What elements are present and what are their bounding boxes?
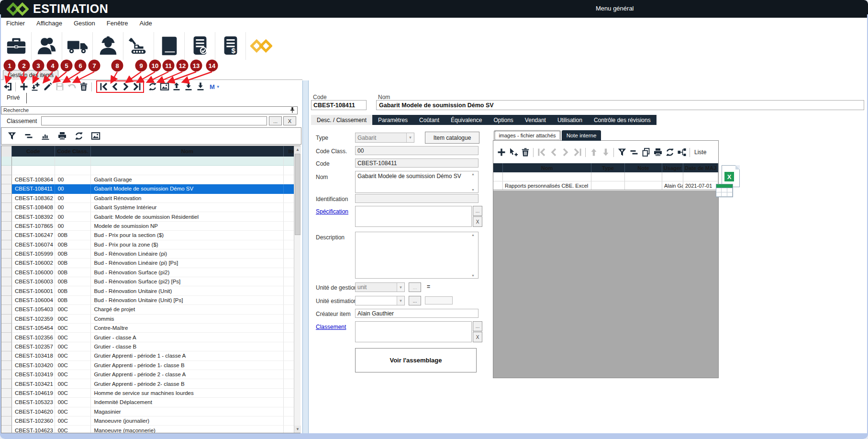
export-up-button[interactable]	[171, 81, 182, 92]
row-selector[interactable]	[1, 249, 12, 259]
briefcase-button[interactable]	[1, 30, 31, 62]
table-row[interactable]: CBEST-10607400BBud - Prix pour la zone (…	[1, 240, 300, 249]
table-row[interactable]: CBEST-10840800Gabarit Système Intérieur	[1, 203, 300, 212]
row-selector[interactable]	[1, 389, 12, 398]
scroll-down-icon[interactable]: ▼	[471, 188, 475, 191]
excavator-button[interactable]	[123, 30, 154, 62]
print-button[interactable]	[56, 130, 68, 142]
item-catalogue-button[interactable]: Item catalogue	[425, 132, 479, 144]
table-row[interactable]: CBEST-10235700CGrutier - classe B	[1, 342, 300, 351]
move-down-button[interactable]	[600, 147, 611, 158]
edit-button[interactable]	[42, 81, 53, 92]
import-down-button[interactable]	[195, 81, 206, 92]
add-button[interactable]	[18, 81, 29, 92]
nav-next-button[interactable]	[120, 81, 131, 92]
scroll-up-icon[interactable]: ▲	[471, 172, 475, 176]
column-header-Code[interactable]: Code	[12, 146, 55, 157]
table-row[interactable]: CBEST-10342100CGrutier Apprenti - périod…	[1, 379, 300, 388]
att-empty-row[interactable]	[493, 172, 718, 181]
brand-diamond-button[interactable]	[246, 30, 276, 62]
table-row[interactable]: CBEST-10600300BBud - Rénovation Surface …	[1, 277, 300, 286]
delete-button[interactable]	[520, 147, 531, 158]
row-selector[interactable]	[1, 342, 12, 351]
row-selector[interactable]	[1, 194, 12, 203]
tab-note-interne[interactable]: Note interne	[562, 130, 601, 141]
specification-clear-button[interactable]: X	[473, 216, 482, 227]
type-select[interactable]: Gabarit▼	[355, 133, 414, 143]
scroll-down-icon[interactable]: ▼	[294, 426, 301, 433]
table-row[interactable]: CBEST-10532300CIndemnité Déplacement	[1, 398, 300, 407]
image-button[interactable]	[90, 130, 101, 142]
row-selector[interactable]	[1, 296, 12, 305]
items-table-scrollbar[interactable]: ▲ ▼	[294, 146, 300, 433]
table-row[interactable]: CBEST-10836400Gabarit Garage	[1, 175, 300, 184]
specification-textarea[interactable]	[355, 206, 472, 227]
row-selector[interactable]	[1, 361, 12, 370]
table-row[interactable]: CBEST-10545400CContre-Maître	[1, 324, 300, 333]
classement-browse-button[interactable]: ...	[269, 116, 282, 125]
scroll-up-icon[interactable]: ▲	[294, 146, 301, 153]
row-selector[interactable]	[1, 175, 12, 184]
specification-browse-button[interactable]: ...	[473, 206, 482, 216]
unite-estimation-ratio-field[interactable]	[425, 296, 453, 304]
specification-link[interactable]: Spécification	[316, 208, 348, 215]
tree-button[interactable]	[676, 147, 687, 158]
chart-button[interactable]	[40, 130, 51, 142]
table-row[interactable]: CBEST-10600400BBud - Rénovation Unitaire…	[1, 296, 300, 305]
menu-fichier[interactable]: Fichier	[6, 20, 25, 27]
tab-images-fichier-attaches[interactable]: images - fichier attachés	[494, 130, 561, 141]
detail-tab-utilisation[interactable]: Utilisation	[552, 115, 588, 125]
detail-tab-param-tres[interactable]: Paramètres	[372, 115, 413, 125]
row-selector[interactable]	[1, 416, 12, 426]
filter-row[interactable]	[1, 157, 300, 166]
menu-fenêtre[interactable]: Fenêtre	[107, 20, 128, 27]
att-column-Nom[interactable]: Nom	[503, 163, 591, 172]
recherche-collapsed-panel[interactable]: Recherche	[1, 106, 298, 114]
copy-button[interactable]	[640, 147, 651, 158]
table-row[interactable]: CBEST-10839200Gabarit: Modele de soumiss…	[1, 212, 300, 221]
row-selector[interactable]	[1, 268, 12, 277]
nav-first-button[interactable]	[536, 147, 547, 158]
row-selector[interactable]	[1, 426, 12, 433]
filter-button[interactable]	[6, 130, 18, 142]
column-header-Code Class.[interactable]: Code Class.	[55, 146, 91, 157]
refresh-button[interactable]	[147, 81, 158, 92]
classement-filter-input[interactable]	[41, 116, 267, 125]
att-column-Usager[interactable]: Usager	[662, 163, 683, 172]
classement-browse-button[interactable]: ...	[473, 321, 482, 331]
unite-estimation-browse-button[interactable]: ...	[409, 296, 421, 305]
row-selector[interactable]	[1, 212, 12, 221]
row-selector[interactable]	[1, 305, 12, 314]
row-selector[interactable]	[1, 184, 12, 193]
classement-link[interactable]: Classement	[316, 324, 346, 330]
detail-tab-desc-classement[interactable]: Desc. / Classement	[311, 115, 372, 125]
table-row[interactable]: CBEST-10235600CGrutier - classe A	[1, 333, 300, 342]
row-selector[interactable]	[1, 398, 12, 407]
delete-button[interactable]	[78, 81, 89, 92]
rows-button[interactable]	[628, 147, 639, 158]
print-button[interactable]	[652, 147, 663, 158]
code-field[interactable]: CBEST-108411	[355, 158, 479, 168]
classement-clear-button[interactable]: X	[473, 332, 482, 342]
table-row[interactable]: CBEST-10540300CChargé de projet	[1, 305, 300, 314]
row-selector[interactable]	[1, 370, 12, 379]
pin-icon[interactable]	[289, 107, 296, 113]
add-button[interactable]	[496, 147, 507, 158]
row-selector[interactable]	[1, 407, 12, 416]
createur-item-field[interactable]: Alain Gauthier	[355, 309, 479, 318]
detail-code-value[interactable]: CBEST-108411	[311, 100, 367, 110]
menu-aide[interactable]: Aide	[140, 20, 152, 27]
row-selector[interactable]	[1, 324, 12, 333]
import-down-button[interactable]	[183, 81, 194, 92]
description-textarea[interactable]: ▲ ▼	[355, 232, 479, 279]
unite-gestion-select[interactable]: unit▼	[355, 282, 405, 292]
table-row[interactable]: CBEST-10462300CManoeuvre (maçonnerie)	[1, 426, 300, 433]
table-row[interactable]: CBEST-10841100Gabarit Modele de soumissi…	[1, 184, 300, 193]
attachment-row[interactable]: Rapports personnalisés CBE. ExcelAlain G…	[493, 181, 718, 190]
nav-prev-button[interactable]	[548, 147, 559, 158]
classement-textarea[interactable]	[355, 321, 472, 342]
document-check-button[interactable]	[185, 30, 215, 62]
table-row[interactable]: CBEST-10600200BBud - Rénovation Linéaire…	[1, 259, 300, 268]
table-row[interactable]: CBEST-10600100BBud - Rénovation Unitaire…	[1, 286, 300, 295]
scroll-up-icon[interactable]: ▲	[471, 233, 475, 236]
